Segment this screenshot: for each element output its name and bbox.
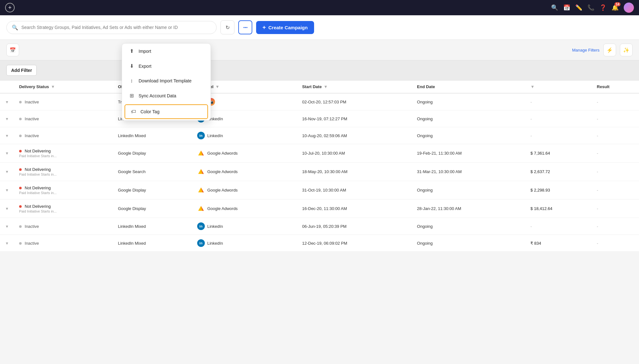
notifications-button[interactable]: 🔔 14 xyxy=(612,4,619,11)
row-result: - xyxy=(592,235,639,252)
row-channel: Google Adwords xyxy=(192,200,297,218)
status-dot xyxy=(19,101,22,103)
row-budget: ₹ 834 xyxy=(525,235,592,252)
tag-icon: 🏷 xyxy=(130,109,137,115)
filter-area: Add Filter xyxy=(0,60,639,80)
row-delivery-status: Inactive xyxy=(14,93,113,110)
row-expand-button[interactable]: ▼ xyxy=(0,235,14,252)
toolbar-row: 📅 Manage Filters ⚡ ✨ xyxy=(0,40,639,60)
row-objective: Google Search xyxy=(113,163,192,181)
search-nav-icon[interactable]: 🔍 xyxy=(551,4,558,11)
row-expand-button[interactable]: ▼ xyxy=(0,127,14,144)
row-channel: Google Adwords xyxy=(192,144,297,163)
row-expand-button[interactable]: ▼ xyxy=(0,181,14,200)
dropdown-sync[interactable]: ⊞ Sync Account Data xyxy=(122,88,211,103)
status-dot xyxy=(19,242,22,245)
status-label: Inactive xyxy=(25,116,39,121)
table-row: ▼ Inactive LinkedIn Mixed inLinkedIn 16-… xyxy=(0,110,639,127)
row-result: - xyxy=(592,218,639,235)
status-label: Not Delivering xyxy=(25,186,51,190)
channel-name: LinkedIn xyxy=(207,241,223,246)
row-start-date: 12-Dec-19, 06:09:02 PM xyxy=(297,235,412,252)
row-objective: Google Display xyxy=(113,200,192,218)
row-delivery-status: Inactive xyxy=(14,218,113,235)
dropdown-download-template[interactable]: ↕ Download Import Template xyxy=(122,74,211,88)
user-avatar[interactable] xyxy=(624,3,634,13)
dropdown-color-tag[interactable]: 🏷 Color Tag xyxy=(125,104,208,119)
status-label: Inactive xyxy=(25,133,39,138)
top-navbar: + 🔍 📅 ✏️ 📞 ❓ 🔔 14 xyxy=(0,0,639,15)
table-row: ▼ Inactive LinkedIn Mixed inLinkedIn 06-… xyxy=(0,218,639,235)
sort-arrow-channel[interactable]: ▼ xyxy=(215,84,219,89)
row-result: - xyxy=(592,181,639,200)
row-delivery-status: Not Delivering Paid Initiative Starts in… xyxy=(14,181,113,200)
channel-name: Google Adwords xyxy=(207,206,238,211)
row-end-date: Ongoing xyxy=(412,110,525,127)
row-expand-button[interactable]: ▼ xyxy=(0,144,14,163)
table-row: ▼ Inactive LinkedIn Mixed inLinkedIn 10-… xyxy=(0,127,639,144)
create-campaign-plus-icon: + xyxy=(262,24,266,31)
search-icon: 🔍 xyxy=(12,24,18,31)
wand-button[interactable]: ✨ xyxy=(620,44,633,56)
row-expand-button[interactable]: ▼ xyxy=(0,163,14,181)
row-result: - xyxy=(592,163,639,181)
download-icon: ↕ xyxy=(128,78,135,84)
row-channel: Google Adwords xyxy=(192,181,297,200)
row-start-date: 10-Aug-20, 02:59:06 AM xyxy=(297,127,412,144)
dropdown-menu: ⬆ Import ⬇ Export ↕ Download Import Temp… xyxy=(122,43,211,121)
col-sort-icon[interactable]: ▼ xyxy=(530,84,535,89)
row-budget: $ 7,361.64 xyxy=(525,144,592,163)
add-filter-button[interactable]: Add Filter xyxy=(6,65,37,76)
channel-name: LinkedIn xyxy=(207,224,223,229)
row-channel: inLinkedIn xyxy=(192,127,297,144)
export-label: Export xyxy=(139,64,151,69)
chevron-down-icon: ▼ xyxy=(5,224,9,229)
help-nav-icon[interactable]: ❓ xyxy=(600,4,607,11)
row-expand-button[interactable]: ▼ xyxy=(0,218,14,235)
status-dot xyxy=(19,225,22,228)
more-options-button[interactable]: ··· xyxy=(238,20,252,34)
row-delivery-status: Not Delivering Paid Initiative Starts in… xyxy=(14,163,113,181)
manage-filters-link[interactable]: Manage Filters xyxy=(572,48,600,52)
sort-arrow-delivery[interactable]: ▼ xyxy=(51,84,55,89)
linkedin-icon: in xyxy=(197,239,205,247)
create-campaign-label: Create Campaign xyxy=(269,25,308,30)
chevron-down-icon: ▼ xyxy=(5,117,9,121)
linkedin-icon: in xyxy=(197,222,205,230)
filter-icon-button[interactable]: ⚡ xyxy=(603,44,616,56)
search-input[interactable] xyxy=(21,25,211,30)
chevron-down-icon: ▼ xyxy=(5,151,9,156)
export-icon: ⬇ xyxy=(128,63,135,69)
status-label: Not Delivering xyxy=(25,204,51,209)
refresh-button[interactable]: ↻ xyxy=(220,20,234,34)
calendar-nav-icon[interactable]: 📅 xyxy=(563,4,570,11)
table-row: ▼ Not Delivering Paid Initiative Starts … xyxy=(0,144,639,163)
row-objective: LinkedIn Mixed xyxy=(113,127,192,144)
search-area: 🔍 ↻ ··· ⬆ Import ⬇ Export ↕ Download Imp… xyxy=(0,15,639,40)
edit-nav-icon[interactable]: ✏️ xyxy=(575,4,582,11)
phone-nav-icon[interactable]: 📞 xyxy=(587,4,594,11)
dropdown-export[interactable]: ⬇ Export xyxy=(122,59,211,74)
row-budget: - xyxy=(525,218,592,235)
row-delivery-status: Inactive xyxy=(14,110,113,127)
row-start-date: 10-Jul-20, 10:30:00 AM xyxy=(297,144,412,163)
row-result: - xyxy=(592,110,639,127)
row-expand-button[interactable]: ▼ xyxy=(0,93,14,110)
status-dot xyxy=(19,168,22,171)
dropdown-import[interactable]: ⬆ Import xyxy=(122,44,211,59)
row-budget: $ 2,637.72 xyxy=(525,163,592,181)
create-campaign-button[interactable]: + Create Campaign xyxy=(256,21,314,34)
row-expand-button[interactable]: ▼ xyxy=(0,200,14,218)
nav-plus-button[interactable]: + xyxy=(5,3,15,12)
sync-icon: ⊞ xyxy=(128,93,135,99)
chevron-down-icon: ▼ xyxy=(5,100,9,104)
row-result: - xyxy=(592,93,639,110)
row-expand-button[interactable]: ▼ xyxy=(0,110,14,127)
chevron-down-icon: ▼ xyxy=(5,241,9,246)
import-label: Import xyxy=(139,49,151,54)
row-objective: LinkedIn Mixed xyxy=(113,235,192,252)
row-budget: - xyxy=(525,110,592,127)
calendar-button[interactable]: 📅 xyxy=(6,44,19,56)
sort-arrow-start[interactable]: ▼ xyxy=(324,84,328,89)
table-row: ▼ Not Delivering Paid Initiative Starts … xyxy=(0,181,639,200)
